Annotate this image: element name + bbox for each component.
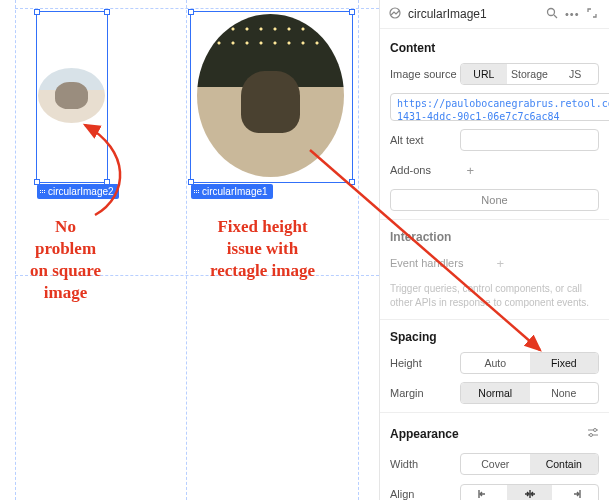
resize-handle[interactable]: [188, 9, 194, 15]
component-tag[interactable]: circularImage2: [37, 184, 119, 199]
margin-normal-button[interactable]: Normal: [461, 383, 530, 403]
circular-image-preview[interactable]: [38, 68, 105, 123]
image-source-url-input[interactable]: https://paulobocanegrabrus.retool.com/ap…: [390, 93, 609, 121]
component-tag-label: circularImage2: [48, 186, 114, 197]
more-icon[interactable]: •••: [565, 8, 579, 20]
svg-line-2: [554, 15, 557, 18]
width-label: Width: [390, 458, 460, 470]
event-handlers-label: Event handlers: [390, 257, 490, 269]
grid-guide: [15, 0, 16, 500]
section-title-content: Content: [390, 41, 599, 55]
section-title-spacing: Spacing: [390, 330, 599, 344]
height-segment: Auto Fixed: [460, 352, 599, 374]
grid-guide: [358, 0, 359, 500]
image-source-url-button[interactable]: URL: [461, 64, 507, 84]
inspector-body: Content Image source URL Storage JS http…: [380, 29, 609, 500]
align-left-button[interactable]: [461, 485, 507, 500]
section-divider: [380, 412, 609, 413]
image-content: [197, 14, 344, 177]
svg-point-1: [548, 9, 555, 16]
image-source-segment: URL Storage JS: [460, 63, 599, 85]
alt-text-input[interactable]: [460, 129, 599, 151]
align-center-button[interactable]: [507, 485, 553, 500]
event-handlers-add-button[interactable]: +: [490, 256, 504, 271]
component-tag-label: circularImage1: [202, 186, 268, 197]
section-title-appearance: Appearance: [390, 427, 587, 441]
image-source-label: Image source: [390, 68, 460, 80]
margin-label: Margin: [390, 387, 460, 399]
align-right-button[interactable]: [552, 485, 598, 500]
search-icon[interactable]: [545, 7, 559, 21]
canvas-area[interactable]: circularImage2 circularImage1 No problem…: [0, 0, 379, 500]
addons-none-button[interactable]: None: [390, 189, 599, 211]
section-title-interaction: Interaction: [390, 230, 599, 244]
event-handlers-hint: Trigger queries, control components, or …: [390, 282, 599, 309]
inspector-title[interactable]: circularImage1: [408, 7, 539, 21]
svg-point-4: [594, 428, 597, 431]
section-divider: [380, 319, 609, 320]
circular-image-preview[interactable]: [197, 14, 344, 177]
width-contain-button[interactable]: Contain: [530, 454, 599, 474]
alt-text-label: Alt text: [390, 134, 460, 146]
width-segment: Cover Contain: [460, 453, 599, 475]
align-segment: [460, 484, 599, 500]
width-cover-button[interactable]: Cover: [461, 454, 530, 474]
inspector-panel: circularImage1 ••• Content Image source …: [379, 0, 609, 500]
addons-label: Add-ons: [390, 164, 460, 176]
margin-segment: Normal None: [460, 382, 599, 404]
grid-guide: [15, 8, 379, 9]
margin-none-button[interactable]: None: [530, 383, 599, 403]
align-label: Align: [390, 488, 460, 500]
resize-handle[interactable]: [104, 9, 110, 15]
resize-handle[interactable]: [349, 179, 355, 185]
drag-handle-icon[interactable]: [40, 190, 45, 193]
svg-point-6: [590, 433, 593, 436]
component-type-icon: [388, 7, 402, 21]
inspector-header: circularImage1 •••: [380, 0, 609, 29]
resize-handle[interactable]: [34, 9, 40, 15]
annotation-text: Fixed height issue with rectagle image: [210, 216, 315, 282]
resize-handle[interactable]: [349, 9, 355, 15]
section-divider: [380, 219, 609, 220]
height-fixed-button[interactable]: Fixed: [530, 353, 599, 373]
height-label: Height: [390, 357, 460, 369]
image-source-js-button[interactable]: JS: [552, 64, 598, 84]
grid-guide: [186, 0, 187, 500]
image-source-storage-button[interactable]: Storage: [507, 64, 553, 84]
addons-add-button[interactable]: +: [460, 163, 474, 178]
image-content: [38, 68, 105, 123]
appearance-settings-icon[interactable]: [587, 427, 599, 442]
height-auto-button[interactable]: Auto: [461, 353, 530, 373]
expand-icon[interactable]: [585, 7, 599, 21]
drag-handle-icon[interactable]: [194, 190, 199, 193]
annotation-text: No problem on square image: [30, 216, 101, 304]
component-tag[interactable]: circularImage1: [191, 184, 273, 199]
